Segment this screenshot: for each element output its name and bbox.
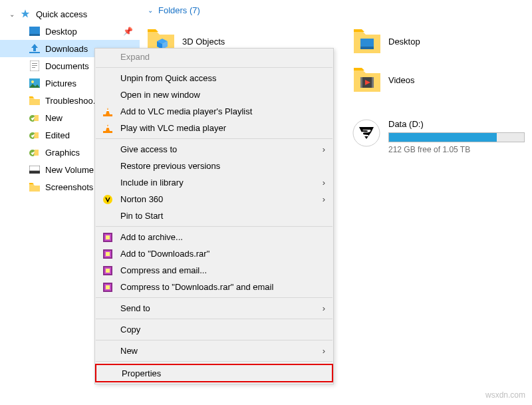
chevron-down-icon[interactable]: ⌄: [9, 11, 19, 18]
svg-rect-2: [29, 52, 40, 53]
svg-rect-22: [103, 131, 112, 133]
svg-rect-6: [32, 67, 35, 68]
ctx-include-library[interactable]: Include in library›: [95, 174, 333, 191]
separator: [96, 340, 332, 340]
svg-point-8: [31, 80, 34, 83]
vlc-icon: [102, 106, 114, 118]
context-menu: Expand Unpin from Quick access Open in n…: [94, 48, 334, 384]
drive-icon: [28, 164, 41, 176]
submenu-arrow-icon: ›: [323, 303, 325, 313]
desktop-folder-icon: [352, 27, 382, 56]
sync-folder-icon: [28, 146, 41, 158]
svg-rect-5: [32, 65, 37, 66]
ctx-send-to[interactable]: Send to›: [95, 300, 333, 317]
ctx-unpin[interactable]: Unpin from Quick access: [95, 70, 333, 86]
svg-rect-12: [29, 166, 40, 171]
svg-rect-33: [106, 269, 110, 273]
winrar-icon: [102, 281, 114, 293]
videos-folder-icon: [352, 65, 382, 94]
ctx-compress-downloads-email[interactable]: Compress to "Downloads.rar" and email: [95, 279, 333, 295]
sync-folder-icon: [28, 112, 41, 124]
separator: [96, 297, 332, 298]
star-icon: [19, 8, 32, 20]
sync-folder-icon: [28, 129, 41, 141]
ctx-pin-start[interactable]: Pin to Start: [95, 207, 333, 224]
pin-icon: 📌: [123, 27, 133, 36]
separator: [96, 138, 332, 139]
svg-rect-1: [29, 34, 40, 36]
folder-videos[interactable]: Videos: [352, 61, 505, 99]
drive-usage-bar: [388, 132, 525, 142]
folder-icon: [28, 94, 41, 106]
svg-rect-14: [360, 39, 374, 48]
svg-rect-20: [103, 114, 112, 116]
submenu-arrow-icon: ›: [323, 346, 325, 356]
quick-access-root[interactable]: ⌄ Quick access: [0, 5, 140, 23]
svg-rect-23: [106, 126, 109, 128]
folder-icon: [28, 181, 41, 193]
separator: [96, 67, 332, 68]
norton-icon: [102, 194, 114, 205]
separator: [96, 226, 332, 227]
folders-group-header[interactable]: ⌄ Folders (7): [148, 5, 532, 15]
desktop-icon: [28, 25, 41, 37]
svg-rect-17: [360, 77, 362, 88]
quick-access-label: Quick access: [36, 9, 87, 19]
svg-rect-18: [372, 77, 374, 88]
svg-rect-15: [360, 47, 374, 49]
submenu-arrow-icon: ›: [323, 194, 325, 204]
documents-icon: [28, 60, 41, 72]
ctx-vlc-playlist[interactable]: Add to VLC media player's Playlist: [95, 103, 333, 120]
svg-rect-21: [106, 110, 109, 111]
ctx-compress-email[interactable]: Compress and email...: [95, 262, 333, 279]
submenu-arrow-icon: ›: [323, 144, 325, 154]
ctx-expand[interactable]: Expand: [95, 49, 333, 65]
svg-rect-27: [106, 235, 110, 239]
separator: [96, 361, 332, 362]
pictures-icon: [28, 77, 41, 89]
svg-rect-36: [106, 285, 110, 289]
winrar-icon: [102, 248, 114, 260]
svg-rect-4: [32, 63, 37, 64]
ctx-new[interactable]: New›: [95, 342, 333, 359]
folder-desktop[interactable]: Desktop: [352, 22, 505, 61]
winrar-icon: [102, 265, 114, 277]
ctx-add-downloads-rar[interactable]: Add to "Downloads.rar": [95, 245, 333, 262]
ctx-restore-versions[interactable]: Restore previous versions: [95, 158, 333, 174]
submenu-arrow-icon: ›: [323, 178, 325, 188]
winrar-icon: [102, 231, 114, 243]
svg-rect-13: [29, 171, 40, 174]
ctx-add-archive[interactable]: Add to archive...: [95, 229, 333, 245]
ctx-properties[interactable]: Properties: [95, 364, 333, 382]
drive-free-text: 212 GB free of 1.05 TB: [388, 145, 525, 154]
separator: [96, 319, 332, 319]
vlc-icon: [102, 122, 114, 134]
sidebar-item-desktop[interactable]: Desktop 📌: [0, 23, 140, 40]
chevron-down-icon[interactable]: ⌄: [148, 7, 158, 14]
drive-data-d[interactable]: Data (D:) 212 GB free of 1.05 TB: [352, 119, 532, 154]
ctx-open-new-window[interactable]: Open in new window: [95, 86, 333, 103]
svg-rect-0: [29, 27, 40, 34]
drive-superman-icon: [352, 119, 382, 148]
ctx-give-access[interactable]: Give access to›: [95, 141, 333, 158]
svg-rect-30: [106, 252, 110, 256]
ctx-norton[interactable]: Norton 360›: [95, 191, 333, 207]
ctx-vlc-play[interactable]: Play with VLC media player: [95, 120, 333, 136]
drive-label: Data (D:): [388, 119, 525, 129]
watermark: wsxdn.com: [485, 390, 525, 400]
ctx-copy[interactable]: Copy: [95, 321, 333, 338]
svg-point-24: [103, 195, 112, 204]
downloads-icon: [28, 43, 41, 55]
